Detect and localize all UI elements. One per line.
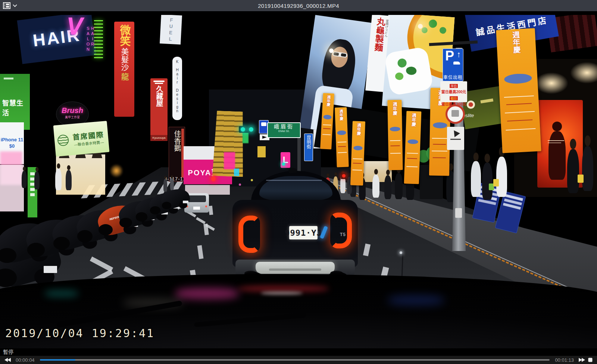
video-filename: 20191004192936_000012.MP4 xyxy=(0,3,597,9)
rear-window xyxy=(259,176,332,201)
traffic-light-housing xyxy=(239,126,257,133)
red-signal-glow xyxy=(211,176,216,181)
pedestrian xyxy=(384,175,391,199)
sign-shouxi-perfume: 首席國際 —聯合香水特賣— xyxy=(53,121,110,157)
sign-smart-life: 智慧生活 xyxy=(0,74,30,130)
green-light xyxy=(249,127,253,132)
small-white-sign xyxy=(447,127,464,150)
rewind-button[interactable] xyxy=(3,358,13,362)
anniversary-banner: 週年慶 xyxy=(387,100,403,170)
anniversary-banner: 週年慶 xyxy=(335,107,349,167)
scooter xyxy=(161,189,190,207)
taillight-right xyxy=(330,213,352,248)
streetlight-glow xyxy=(418,24,423,29)
right-arrow-icon xyxy=(262,136,267,139)
street-sign-kunming: 昆明街 xyxy=(304,134,313,161)
pedestrian xyxy=(496,157,507,197)
parking-sign: P ↑ 車位出租 xyxy=(443,48,463,81)
sign-fuel: FUEL xyxy=(160,15,182,44)
stop-button[interactable] xyxy=(587,358,594,362)
rewind-icon xyxy=(4,358,11,362)
video-player-surface[interactable]: HAIR V HAIR SALON 微笑 美髮沙 龍 FUEL K Hair D… xyxy=(0,11,597,348)
license-plate: 9991·YJ xyxy=(289,226,318,239)
sign-jiaxiang: 佳香鵝 xyxy=(169,127,185,182)
hood-reflection xyxy=(261,292,302,295)
shopping-bag xyxy=(578,175,584,183)
status-label: 暫停 xyxy=(3,349,13,355)
storefront-glow xyxy=(0,165,24,211)
fast-forward-button[interactable] xyxy=(577,358,587,362)
shopping-bag xyxy=(493,179,499,186)
dashcam-video-frame: HAIR V HAIR SALON 微笑 美髮沙 龍 FUEL K Hair D… xyxy=(0,15,597,348)
anniversary-banner: 週年慶 xyxy=(496,28,541,153)
taillight-left xyxy=(238,216,260,253)
antenna-tip-light xyxy=(400,251,402,254)
pedestrian xyxy=(372,175,379,198)
neon-glow xyxy=(224,152,235,169)
pedestrian xyxy=(482,163,493,200)
hood-reflection xyxy=(45,290,78,297)
bus-icon xyxy=(261,122,266,126)
sign-k-hair-design: K Hair Design xyxy=(172,57,182,120)
pedestrian xyxy=(567,149,579,193)
title-bar: 20191004192936_000012.MP4 xyxy=(0,0,597,11)
car-icon xyxy=(453,62,460,65)
torii-icon xyxy=(153,81,165,82)
parking-price-panel: 平日 當日最高200元 假日 當日最高360元 xyxy=(440,81,467,102)
seek-bar[interactable] xyxy=(40,359,550,361)
seek-bar-fill xyxy=(40,359,76,361)
current-time: 00:00:04 xyxy=(13,357,38,363)
shop-interior-glow xyxy=(56,154,105,195)
mannequin-body xyxy=(548,131,566,180)
ceiling-light-glow xyxy=(570,62,597,84)
blue-info-board xyxy=(495,191,526,233)
shop-logo xyxy=(57,134,69,147)
hood-reflection xyxy=(239,286,328,292)
sign-kyuzouya: 久藏屋 Kyuzouya xyxy=(150,78,168,141)
sign-smile-hair-salon: 微笑 美髮沙 龍 xyxy=(114,22,134,117)
pedestrian xyxy=(55,169,62,190)
neon-sign-l: L xyxy=(281,152,290,168)
lead-car-volvo: 9991·YJ T5 xyxy=(229,171,361,286)
stop-icon xyxy=(588,358,593,362)
trunk-badge: T5 xyxy=(340,232,346,237)
pedestrian xyxy=(582,146,593,191)
bumper-skid-plate xyxy=(256,262,335,274)
pedestrian xyxy=(34,172,40,189)
green-light-small xyxy=(282,163,285,166)
hood-reflection xyxy=(175,288,239,299)
fast-forward-icon xyxy=(578,358,585,362)
playback-status-bar: 暫停 xyxy=(0,348,597,356)
pedestrian xyxy=(170,178,174,190)
duration-time: 00:01:13 xyxy=(552,357,577,363)
warm-lantern-glow xyxy=(110,163,123,178)
player-controls: 00:00:04 00:01:13 xyxy=(0,356,597,364)
up-arrow-icon: ↑ xyxy=(457,50,461,59)
pedestrian xyxy=(66,170,72,190)
hood-reflection xyxy=(388,295,444,305)
no-parking-sign xyxy=(446,104,465,124)
mannequin-head xyxy=(552,122,562,131)
pedestrian xyxy=(471,161,481,197)
neon-glow xyxy=(257,146,266,157)
ceiling-light-glow xyxy=(535,72,568,94)
arrow-glyph xyxy=(451,128,460,137)
green-light xyxy=(241,127,245,132)
pedestrian xyxy=(395,173,403,199)
pedestrian xyxy=(22,171,27,188)
anniversary-banner: 週年慶 xyxy=(404,111,422,184)
dashcam-timestamp-overlay: 2019/10/04 19:29:41 xyxy=(5,327,154,340)
streetlight-glow xyxy=(329,48,334,53)
neon-sign-v-salon: V HAIR SALON xyxy=(66,15,96,73)
street-sign-emei: 峨眉街 EMei St. xyxy=(267,122,301,138)
shark-fin-antenna xyxy=(288,167,297,173)
pole-sticker xyxy=(455,208,462,218)
